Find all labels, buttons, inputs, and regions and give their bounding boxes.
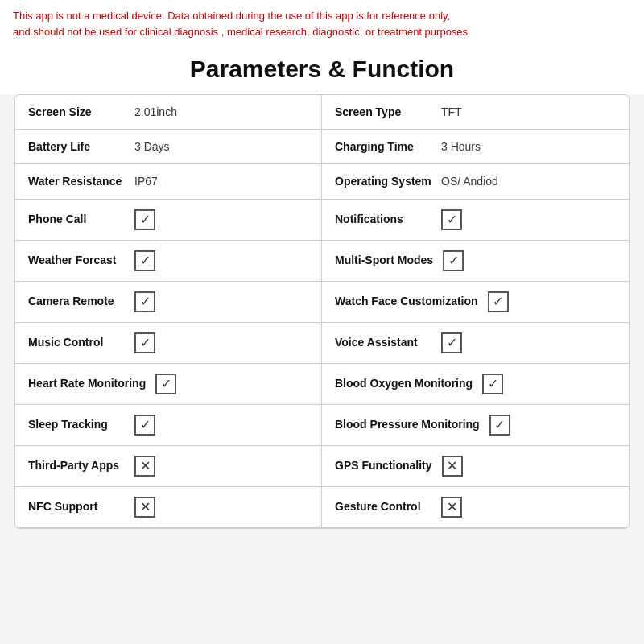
cell-label-6-right: Voice Assistant	[335, 335, 431, 349]
cell-value-2-right: OS/ Andiod	[441, 175, 616, 188]
table-cell-4-right: Multi-Sport Modes	[322, 241, 629, 282]
cell-value-2-left: IP67	[134, 175, 308, 188]
checkmark-yes-icon	[443, 250, 464, 271]
checkmark-yes-icon	[482, 374, 503, 394]
table-cell-7-right: Blood Oxygen Monitoring	[322, 364, 629, 405]
cell-label-4-left: Weather Forcast	[28, 253, 125, 267]
cell-label-8-right: Blood Pressure Monitoring	[335, 417, 480, 431]
table-cell-1-right: Charging Time3 Hours	[322, 130, 629, 164]
table-cell-3-left: Phone Call	[15, 200, 322, 241]
table-cell-0-left: Screen Size2.01inch	[15, 95, 322, 130]
cell-value-0-right: TFT	[441, 105, 616, 118]
checkmark-yes-icon	[489, 415, 510, 436]
checkmark-yes-icon	[134, 415, 155, 436]
cell-label-2-left: Water Resistance	[28, 174, 125, 188]
checkmark-yes-icon	[134, 209, 155, 230]
table-cell-10-right: Gesture Control	[322, 487, 629, 528]
checkmark-yes-icon	[488, 291, 509, 312]
checkmark-yes-icon	[134, 332, 155, 353]
checkmark-no-icon	[442, 456, 463, 477]
checkmark-no-icon	[441, 497, 462, 518]
cell-label-0-left: Screen Size	[28, 105, 125, 119]
table-cell-5-right: Watch Face Customization	[322, 282, 629, 323]
table-cell-8-right: Blood Pressure Monitoring	[322, 405, 629, 446]
cell-label-1-left: Battery Life	[28, 139, 125, 154]
cell-label-8-left: Sleep Tracking	[28, 417, 125, 431]
table-cell-6-right: Voice Assistant	[322, 323, 629, 364]
disclaimer-text: This app is not a medical device. Data o…	[0, 0, 644, 47]
cell-label-7-left: Heart Rate Monitoring	[28, 376, 146, 390]
cell-label-3-right: Notifications	[335, 212, 431, 226]
cell-label-2-right: Operating System	[335, 174, 431, 188]
table-cell-2-left: Water ResistanceIP67	[15, 164, 322, 199]
cell-label-1-right: Charging Time	[335, 139, 431, 154]
table-cell-7-left: Heart Rate Monitoring	[15, 364, 322, 405]
table-cell-9-left: Third-Party Apps	[15, 446, 322, 487]
cell-label-4-right: Multi-Sport Modes	[335, 253, 433, 267]
checkmark-yes-icon	[134, 291, 155, 312]
cell-label-6-left: Music Control	[28, 335, 125, 349]
table-cell-3-right: Notifications	[322, 200, 629, 241]
checkmark-yes-icon	[134, 250, 155, 271]
checkmark-no-icon	[134, 497, 155, 518]
table-cell-0-right: Screen TypeTFT	[322, 95, 629, 130]
title-section: Parameters & Function	[0, 47, 644, 94]
cell-label-10-right: Gesture Control	[335, 499, 431, 514]
cell-label-5-left: Camera Remote	[28, 294, 125, 308]
cell-label-9-left: Third-Party Apps	[28, 458, 125, 473]
table-cell-2-right: Operating SystemOS/ Andiod	[322, 164, 629, 199]
table-cell-5-left: Camera Remote	[15, 282, 322, 323]
cell-label-7-right: Blood Oxygen Monitoring	[335, 376, 473, 390]
table-cell-8-left: Sleep Tracking	[15, 405, 322, 446]
cell-label-3-left: Phone Call	[28, 212, 125, 226]
cell-value-0-left: 2.01inch	[134, 105, 308, 118]
cell-label-9-right: GPS Functionality	[335, 458, 432, 473]
table-cell-6-left: Music Control	[15, 323, 322, 364]
parameters-table: Screen Size2.01inchScreen TypeTFTBattery…	[14, 94, 630, 529]
checkmark-yes-icon	[441, 209, 462, 230]
cell-label-10-left: NFC Support	[28, 499, 125, 514]
checkmark-yes-icon	[155, 374, 176, 394]
checkmark-yes-icon	[441, 332, 462, 353]
cell-value-1-left: 3 Days	[134, 140, 308, 153]
checkmark-no-icon	[134, 456, 155, 477]
table-cell-9-right: GPS Functionality	[322, 446, 629, 487]
table-cell-10-left: NFC Support	[15, 487, 322, 528]
table-cell-4-left: Weather Forcast	[15, 241, 322, 282]
page-title: Parameters & Function	[0, 56, 644, 83]
cell-label-0-right: Screen Type	[335, 105, 431, 119]
table-cell-1-left: Battery Life3 Days	[15, 130, 322, 164]
cell-value-1-right: 3 Hours	[441, 140, 616, 153]
cell-label-5-right: Watch Face Customization	[335, 294, 478, 308]
